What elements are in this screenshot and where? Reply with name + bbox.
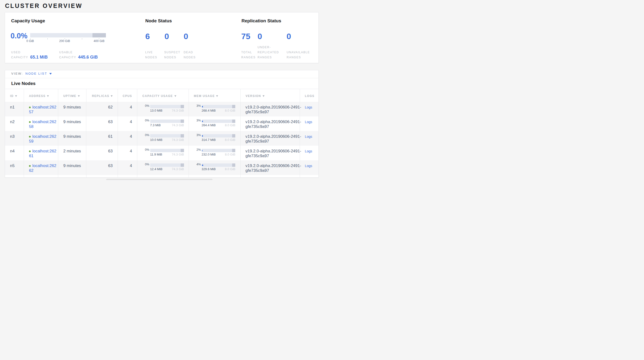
version-cell: v19.2.0-alpha.20190606-2491-gfe735c9a97 <box>240 146 300 160</box>
capacity-bar-other-segment <box>181 134 184 137</box>
capacity-percent: 0% <box>142 119 149 122</box>
mem-usage-cell: 3% 268.4 MiB8.0 GiB <box>188 102 240 116</box>
node-id-cell: n1 <box>5 102 24 116</box>
replicas-cell: 62 <box>86 102 118 116</box>
column-header-cpus: CPUS <box>118 89 137 102</box>
mem-usage-cell: 2% 232.0 MiB8.0 GiB <box>188 146 240 160</box>
view-selector-bar: VIEW: NODE LIST <box>5 70 318 78</box>
node-address-cell: localhost:26258 <box>24 116 58 131</box>
address-line-2: 58 <box>29 124 53 129</box>
mem-bar-other-segment <box>232 149 235 152</box>
version-cell: v19.2.0-alpha.20190606-2491-gfe735c9a97 <box>240 160 300 175</box>
version-cell: v19.2.0-alpha.20190606-2491-gfe735c9a97 <box>240 131 300 146</box>
total-ranges-label: TOTALRANGES <box>241 50 256 60</box>
mem-used-value: 329.6 MiB <box>202 167 216 171</box>
table-row: n5 localhost:26262 9 minutes 63 4 0% 12.… <box>5 160 318 175</box>
node-list-card: VIEW: NODE LIST Live Nodes ID ADDRESS UP… <box>5 70 319 177</box>
capacity-total-value: 74.3 GiB <box>172 167 184 171</box>
used-capacity-value: 65.1 MiB <box>30 55 48 59</box>
logs-link[interactable]: Logs <box>305 164 312 168</box>
logs-link[interactable]: Logs <box>305 149 312 153</box>
mem-used-value: 264.4 MiB <box>202 123 216 127</box>
capacity-usage-cell: 0% 13.0 MiB74.3 GiB <box>137 102 188 116</box>
node-address-link[interactable]: localhost:262 <box>32 119 56 124</box>
replicas-cell: 61 <box>86 131 118 146</box>
node-address-link-2[interactable]: 61 <box>29 154 34 158</box>
column-header-version[interactable]: VERSION <box>240 89 300 102</box>
cpus-cell: 4 <box>118 146 137 160</box>
sort-caret-icon <box>15 95 17 97</box>
logs-link[interactable]: Logs <box>305 135 312 138</box>
uptime-cell: 9 minutes <box>58 102 86 116</box>
capacity-bar <box>150 134 184 137</box>
node-address-link-2[interactable]: 57 <box>29 110 34 114</box>
address-line-1: localhost:262 <box>29 149 53 154</box>
capacity-bar-other-segment <box>181 149 184 152</box>
capacity-usage-title: Capacity Usage <box>11 19 45 23</box>
suspect-nodes-label: SUSPECTNODES <box>164 50 180 60</box>
mem-used-value: 232.0 MiB <box>202 153 216 156</box>
node-id-cell: n4 <box>5 146 24 160</box>
capacity-total-value: 74.3 GiB <box>172 153 184 156</box>
mem-total-value: 8.0 GiB <box>225 167 235 171</box>
node-address-link[interactable]: localhost:262 <box>32 163 56 168</box>
sort-caret-icon <box>216 95 218 97</box>
capacity-usage-cell: 0% 10.0 MiB74.3 GiB <box>137 131 188 146</box>
logs-cell: Logs <box>300 146 318 160</box>
column-header-id[interactable]: ID <box>5 89 24 102</box>
mem-percent: 3% <box>194 104 201 107</box>
capacity-used-value: 10.0 MiB <box>150 138 162 142</box>
logs-link[interactable]: Logs <box>305 105 312 109</box>
table-row: n1 localhost:26257 9 minutes 62 4 0% 13.… <box>5 102 318 116</box>
column-header-mem-usage[interactable]: MEM USAGE <box>188 89 240 102</box>
capacity-used-percent: 0.0% <box>10 32 28 40</box>
usable-capacity-label: USABLECAPACITY <box>59 50 76 60</box>
node-address-link[interactable]: localhost:262 <box>32 105 56 109</box>
capacity-used-value: 12.4 MiB <box>150 167 162 171</box>
capacity-percent: 0% <box>142 134 149 137</box>
node-address-link-2[interactable]: 58 <box>29 124 34 129</box>
node-address-cell: localhost:26261 <box>24 146 58 160</box>
axis-label-200: 200 GiB <box>59 40 70 43</box>
logs-cell: Logs <box>300 131 318 146</box>
under-replicated-count: 0 <box>258 32 262 40</box>
mem-bar-used-segment <box>202 135 203 136</box>
node-address-link-2[interactable]: 62 <box>29 168 34 173</box>
node-live-status-icon <box>29 107 31 108</box>
horizontal-scrollbar[interactable] <box>106 179 212 180</box>
suspect-nodes-count: 0 <box>164 32 169 40</box>
replication-status-title: Replication Status <box>242 19 281 23</box>
view-dropdown[interactable]: NODE LIST <box>26 72 52 75</box>
capacity-bar-other-segment <box>92 33 106 38</box>
node-address-link[interactable]: localhost:262 <box>32 149 56 153</box>
live-nodes-title: Live Nodes <box>11 81 36 86</box>
sort-caret-icon <box>174 95 176 97</box>
column-header-uptime[interactable]: UPTIME <box>58 89 86 102</box>
table-row: n2 localhost:26258 9 minutes 63 4 0% 7.3… <box>5 116 318 131</box>
cpus-cell: 4 <box>118 160 137 175</box>
node-live-status-icon <box>29 136 31 137</box>
sort-caret-icon <box>78 95 80 97</box>
uptime-cell: 9 minutes <box>58 116 86 131</box>
mem-bar-other-segment <box>232 134 235 137</box>
uptime-cell: 9 minutes <box>58 160 86 175</box>
sort-caret-icon <box>111 95 112 97</box>
capacity-bar-other-segment <box>181 105 184 108</box>
capacity-total-value: 74.3 GiB <box>172 138 184 142</box>
cluster-overview-page: CLUSTER OVERVIEW Capacity Usage 0.0% 0 G… <box>0 0 322 180</box>
live-nodes-label: LIVENODES <box>145 50 157 60</box>
column-header-capacity-usage[interactable]: CAPACITY USAGE <box>137 89 188 102</box>
mem-percent: 2% <box>194 148 201 151</box>
capacity-bar <box>150 119 184 123</box>
capacity-total-value: 74.3 GiB <box>172 109 184 112</box>
mem-bar <box>202 163 236 167</box>
column-header-address[interactable]: ADDRESS <box>24 89 58 102</box>
node-address-link-2[interactable]: 59 <box>29 139 34 143</box>
cluster-summary-card: Capacity Usage 0.0% 0 GiB 200 GiB 400 Gi… <box>5 12 319 63</box>
logs-cell: Logs <box>300 102 318 116</box>
logs-link[interactable]: Logs <box>305 120 312 124</box>
mem-percent: 3% <box>194 119 201 122</box>
column-header-replicas[interactable]: REPLICAS <box>86 89 118 102</box>
view-label: VIEW: <box>11 72 23 75</box>
node-address-link[interactable]: localhost:262 <box>32 134 56 139</box>
